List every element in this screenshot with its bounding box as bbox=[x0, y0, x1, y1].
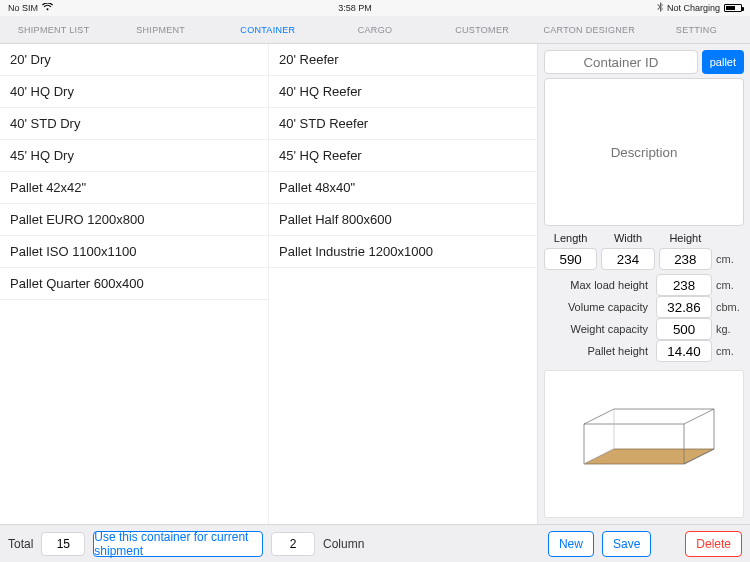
charge-status: Not Charging bbox=[667, 3, 720, 13]
column-label: Column bbox=[323, 537, 364, 551]
delete-button[interactable]: Delete bbox=[685, 531, 742, 557]
list-item[interactable]: Pallet Industrie 1200x1000 bbox=[269, 236, 537, 268]
prop-label: Max load height bbox=[544, 279, 652, 291]
height-label: Height bbox=[659, 232, 712, 244]
tab-setting[interactable]: SETTING bbox=[643, 16, 750, 43]
list-item[interactable]: 45' HQ Reefer bbox=[269, 140, 537, 172]
prop-input[interactable] bbox=[656, 318, 712, 340]
list-item[interactable]: 40' STD Reefer bbox=[269, 108, 537, 140]
svg-marker-0 bbox=[584, 449, 714, 464]
width-label: Width bbox=[601, 232, 654, 244]
tab-shipment-list[interactable]: SHIPMENT LIST bbox=[0, 16, 107, 43]
new-button[interactable]: New bbox=[548, 531, 594, 557]
bluetooth-icon bbox=[657, 2, 663, 14]
prop-label: Volume capacity bbox=[544, 301, 652, 313]
prop-input[interactable] bbox=[656, 340, 712, 362]
list-item[interactable]: Pallet EURO 1200x800 bbox=[0, 204, 268, 236]
prop-label: Weight capacity bbox=[544, 323, 652, 335]
prop-unit: cm. bbox=[716, 279, 744, 291]
pallet-button[interactable]: pallet bbox=[702, 50, 744, 74]
length-label: Length bbox=[544, 232, 597, 244]
tab-bar: SHIPMENT LISTSHIPMENTCONTAINERCARGOCUSTO… bbox=[0, 16, 750, 44]
container-list: 20' Dry40' HQ Dry40' STD Dry45' HQ DryPa… bbox=[0, 44, 538, 524]
list-item[interactable]: 45' HQ Dry bbox=[0, 140, 268, 172]
battery-icon bbox=[724, 4, 742, 12]
sim-status: No SIM bbox=[8, 3, 38, 13]
list-item[interactable]: 20' Reefer bbox=[269, 44, 537, 76]
wifi-icon bbox=[42, 3, 53, 13]
length-input[interactable] bbox=[544, 248, 597, 270]
status-bar: No SIM 3:58 PM Not Charging bbox=[0, 0, 750, 16]
description-input[interactable] bbox=[544, 78, 744, 226]
tab-container[interactable]: CONTAINER bbox=[214, 16, 321, 43]
total-input[interactable] bbox=[41, 532, 85, 556]
detail-panel: pallet Length Width Height cm. Max load … bbox=[538, 44, 750, 524]
use-container-button[interactable]: Use this container for current shipment bbox=[93, 531, 263, 557]
list-item[interactable]: 40' HQ Reefer bbox=[269, 76, 537, 108]
list-item[interactable]: 40' STD Dry bbox=[0, 108, 268, 140]
list-item[interactable]: Pallet 42x42" bbox=[0, 172, 268, 204]
container-preview bbox=[544, 370, 744, 518]
prop-input[interactable] bbox=[656, 274, 712, 296]
list-item[interactable]: 20' Dry bbox=[0, 44, 268, 76]
prop-input[interactable] bbox=[656, 296, 712, 318]
tab-shipment[interactable]: SHIPMENT bbox=[107, 16, 214, 43]
tab-carton-designer[interactable]: CARTON DESIGNER bbox=[536, 16, 643, 43]
list-item[interactable]: Pallet Quarter 600x400 bbox=[0, 268, 268, 300]
column-input[interactable] bbox=[271, 532, 315, 556]
tab-customer[interactable]: CUSTOMER bbox=[429, 16, 536, 43]
prop-unit: cm. bbox=[716, 345, 744, 357]
tab-cargo[interactable]: CARGO bbox=[321, 16, 428, 43]
dim-unit: cm. bbox=[716, 248, 744, 270]
width-input[interactable] bbox=[601, 248, 654, 270]
list-item[interactable]: Pallet ISO 1100x1100 bbox=[0, 236, 268, 268]
prop-unit: cbm. bbox=[716, 301, 744, 313]
prop-label: Pallet height bbox=[544, 345, 652, 357]
footer-bar: Total Use this container for current shi… bbox=[0, 524, 750, 562]
prop-unit: kg. bbox=[716, 323, 744, 335]
list-item[interactable]: Pallet Half 800x600 bbox=[269, 204, 537, 236]
container-id-input[interactable] bbox=[544, 50, 698, 74]
clock: 3:58 PM bbox=[338, 3, 372, 13]
list-item[interactable]: Pallet 48x40" bbox=[269, 172, 537, 204]
list-item[interactable]: 40' HQ Dry bbox=[0, 76, 268, 108]
save-button[interactable]: Save bbox=[602, 531, 651, 557]
total-label: Total bbox=[8, 537, 33, 551]
height-input[interactable] bbox=[659, 248, 712, 270]
